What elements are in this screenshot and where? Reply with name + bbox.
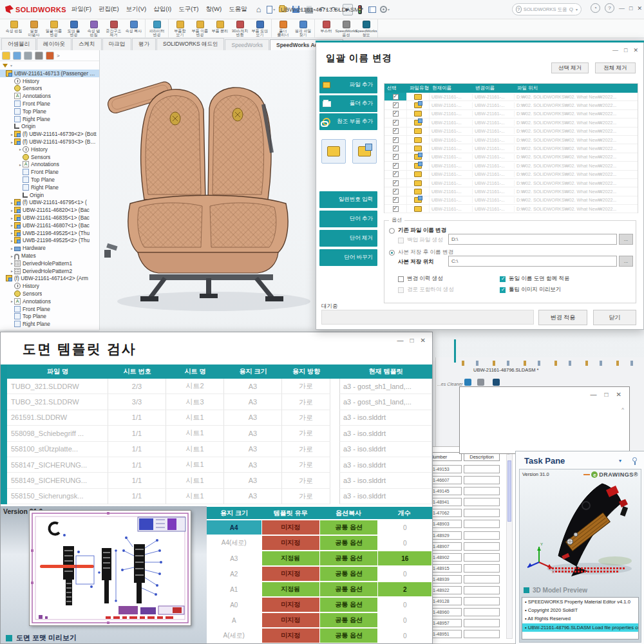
model-preview-toggle[interactable]: 3D Model Preview [524, 587, 587, 594]
size-table-row[interactable]: A2미지정공통 옵션0 [207, 567, 432, 582]
size-table-row[interactable]: A1지정됨공통 옵션2 [207, 582, 432, 598]
tab-SpeedWorks[interactable]: SpeedWorks [225, 39, 269, 50]
tree-filter[interactable]: ▾ [0, 61, 99, 70]
sheet-table-row[interactable]: 558149_SICHERUNG...1/1시트1A3가로a3 - iso.sl… [7, 473, 432, 488]
expand-arrow-icon[interactable]: ▸ [10, 200, 14, 205]
dialog-minimize-button[interactable]: — [612, 47, 618, 53]
backup-path-input[interactable]: D:\ [448, 234, 617, 245]
user-avatar-icon[interactable]: ◔ [591, 3, 600, 13]
checkbox-icon[interactable] [393, 197, 399, 203]
backup-browse-button[interactable]: ... [619, 234, 633, 245]
rename-table-row[interactable]: UBW-21161-...UBW-21161-...D:₩02. SOLIDWO… [384, 205, 638, 213]
checkbox-icon[interactable] [393, 94, 399, 100]
size-table-row[interactable]: A미지정공통 옵션0 [207, 613, 432, 629]
tree-item[interactable]: ▸DerivedHolePattern2 [0, 267, 99, 275]
bom-scrollbar[interactable]: ^ [506, 452, 513, 639]
home-icon[interactable] [254, 4, 264, 15]
serial-number-button[interactable]: 일련번호 입력 [319, 191, 377, 208]
tree-item[interactable]: Right Plane [0, 184, 99, 191]
checkbox-icon[interactable] [393, 206, 399, 212]
ribbon-part-box[interactable]: 부품함 보기 [170, 20, 190, 37]
log-item[interactable]: SPEEDWORKS Property Material Editor v4.1… [522, 598, 638, 606]
expand-arrow-icon[interactable]: ▸ [10, 246, 14, 251]
maximize-button[interactable]: □ [629, 5, 632, 12]
propertymanager-icon[interactable] [13, 52, 21, 60]
help-search-input[interactable]: ? SOLIDWORKS 도움말 검색 Q ▾ [512, 3, 582, 15]
size-table-row[interactable]: A4(세로)미지정공통 옵션0 [207, 536, 432, 551]
tree-item[interactable]: Front Plane [0, 100, 99, 108]
seat-3d-model[interactable] [103, 59, 319, 317]
tree-item[interactable]: ▸Hardware [0, 244, 99, 252]
rename-table-row[interactable]: UBW-21161-...UBW-21161-...D:₩02. SOLIDWO… [384, 110, 638, 118]
history-checkbox[interactable]: 변경 이력 생성 [398, 275, 443, 283]
expand-arrow-icon[interactable]: ▸ [10, 299, 14, 303]
ribbon-property-copy[interactable]: 속성 복사 [124, 20, 144, 37]
rename-table-row[interactable]: UBW-21161-...UBW-21161-...D:₩02. SOLIDWO… [384, 187, 638, 196]
template-maximize-button[interactable]: □ [410, 337, 414, 344]
task-pane-pin-icon[interactable] [632, 457, 637, 462]
tree-item[interactable]: UBW-21161-46713 (Passenger Seats [0, 70, 99, 77]
checkbox-icon[interactable] [398, 276, 404, 282]
copy-path-input[interactable]: C:\ [448, 256, 617, 267]
tree-item[interactable]: ▸UBW-21161-46835<1> (Bac [0, 214, 99, 222]
log-item[interactable]: UBW-21161-48796.SLDASM Load file propert… [522, 623, 638, 632]
tree-item[interactable]: ▸UBW-21161-46820<1> (Bac [0, 206, 99, 214]
model-preview-checkbox[interactable] [524, 587, 529, 593]
tree-item[interactable]: ▸Annotations [0, 161, 99, 169]
save-copy-radio[interactable]: 사본 저장 후 이름 변경 [389, 249, 453, 256]
close-dialog-button[interactable]: 닫기 [593, 310, 636, 325]
menu-item[interactable]: 창(W) [205, 5, 222, 14]
help-button[interactable]: ? [605, 3, 614, 13]
tree-item[interactable]: ▸UWB-21198-49525<1> (Thu [0, 229, 99, 237]
rename-table-row[interactable]: UBW-21161-...UBW-21161-...D:₩02. SOLIDWO… [384, 179, 638, 187]
checkbox-icon[interactable] [393, 120, 399, 126]
checkbox-icon[interactable] [393, 154, 399, 160]
size-table-row[interactable]: A0미지정공통 옵션0 [207, 598, 432, 613]
checkbox-icon[interactable] [398, 287, 404, 293]
sheet-table-row[interactable]: 558147_SICHERUNG...1/1시트1A3가로a3 - iso.sl… [7, 457, 432, 473]
expand-arrow-icon[interactable]: ▸ [10, 132, 14, 137]
tab-마크업[interactable]: 마크업 [102, 38, 132, 50]
tooltip-preview-checkbox[interactable]: 툴팁 이미지 미리보기 [500, 286, 561, 294]
backup-checkbox[interactable]: 백업 파일 생성 [398, 236, 443, 244]
tree-item[interactable]: Sensors [0, 153, 99, 161]
ribbon-part-drawing[interactable]: 부품 도면 보기 [250, 20, 270, 37]
panels-icon[interactable] [367, 4, 377, 15]
rename-table-row[interactable]: UBW-21161-...UBW-21161-...D:₩02. SOLIDWO… [384, 196, 638, 205]
checkbox-icon[interactable] [393, 171, 399, 177]
expand-arrow-icon[interactable]: ▸ [10, 269, 14, 273]
tree-item[interactable]: Front Plane [0, 168, 99, 176]
ribbon-speedworks-info[interactable]: SpeedWorks 정보 [356, 20, 376, 37]
checkbox-icon[interactable] [393, 180, 399, 186]
add-file-button[interactable]: 파일 추가 [319, 77, 377, 93]
template-minimize-button[interactable]: — [397, 337, 404, 344]
drawing-format-preview-toggle[interactable]: 도면 포맷 미리보기 [6, 633, 77, 643]
radio-icon[interactable] [389, 250, 395, 256]
tree-item[interactable]: (f) UBW-21161-46714<2> (Arm [0, 275, 99, 283]
part-mode-button[interactable] [321, 139, 346, 164]
assembly-mode-button[interactable] [352, 139, 377, 164]
menu-item[interactable]: 보기(V) [126, 5, 147, 14]
tree-item[interactable]: Top Plane [0, 176, 99, 184]
rename-table-row[interactable]: UBW-21161-...UBW-21161-...D:₩02. SOLIDWO… [384, 171, 638, 179]
featuremanager-icon[interactable] [2, 52, 10, 60]
displaymanager-icon[interactable] [46, 52, 54, 60]
tree-item[interactable]: ▸Annotations [0, 298, 99, 305]
expand-arrow-icon[interactable]: ▸ [10, 208, 14, 213]
sheet-table-row[interactable]: TUBO_321.SLDDRW2/3시트2A3가로a3 - gost_sh1_l… [7, 379, 432, 394]
dialog-maximize-button[interactable]: □ [624, 47, 627, 53]
tree-item[interactable]: Right Plane [0, 320, 99, 328]
rename-table-row[interactable]: UBW-21161-...UBW-21161-...D:₩02. SOLIDWO… [384, 118, 638, 127]
ribbon-file-find[interactable]: 원격 파일 찾기 [293, 20, 313, 37]
expand-arrow-icon[interactable]: ▸ [10, 231, 14, 235]
add-folder-button[interactable]: 폴더 추가 [319, 95, 377, 112]
rename-table-row[interactable]: UBW-21161-...UBW-21161-...D:₩02. SOLIDWO… [384, 93, 638, 101]
copy-browse-button[interactable]: ... [619, 256, 633, 267]
tree-item[interactable]: Origin [0, 123, 99, 131]
ribbon-parameter[interactable]: 파라미터 변경 [147, 20, 167, 37]
tree-item[interactable]: Top Plane [0, 313, 99, 321]
same-drawing-checkbox[interactable]: 동일 이름 도면 함께 적용 [500, 275, 569, 283]
overlay-minimize-button[interactable]: — [591, 391, 597, 398]
sheet-table-row[interactable]: 558100_stÜtzplatte...1/1시트1A3가로a3 - iso.… [7, 442, 432, 457]
ribbon-speedworks-option[interactable]: SpeedWorks 옵션 [336, 20, 356, 37]
